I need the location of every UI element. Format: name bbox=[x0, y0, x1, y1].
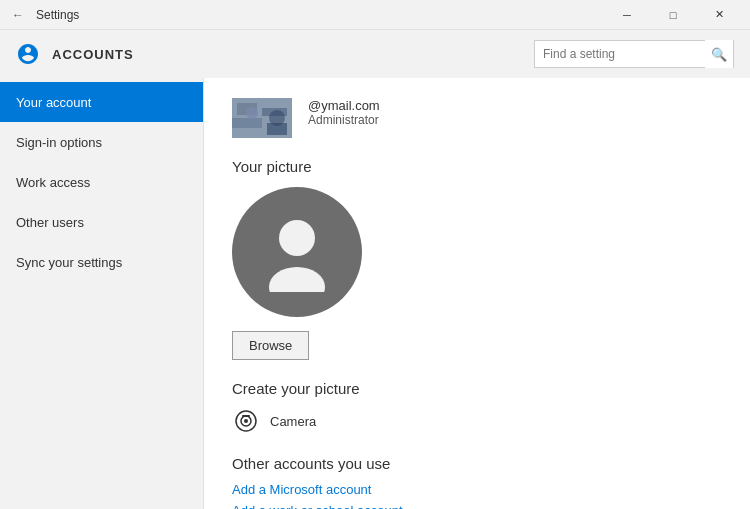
svg-point-7 bbox=[279, 220, 315, 256]
create-picture-title: Create your picture bbox=[232, 380, 722, 397]
accounts-icon bbox=[16, 42, 40, 66]
main-layout: Your account Sign-in options Work access… bbox=[0, 78, 750, 509]
sidebar-item-label: Sign-in options bbox=[16, 135, 102, 150]
content-area: @ymail.com Administrator Your picture Br… bbox=[204, 78, 750, 509]
other-accounts-title: Other accounts you use bbox=[232, 455, 722, 472]
profile-picture-circle bbox=[232, 187, 362, 317]
person-icon bbox=[262, 212, 332, 292]
profile-role: Administrator bbox=[308, 113, 380, 127]
titlebar-left: ← Settings bbox=[8, 5, 79, 25]
camera-label: Camera bbox=[270, 414, 316, 429]
add-work-account-link[interactable]: Add a work or school account bbox=[232, 503, 722, 509]
search-input[interactable] bbox=[535, 47, 705, 61]
profile-email: @ymail.com bbox=[308, 98, 380, 113]
search-box[interactable]: 🔍 bbox=[534, 40, 734, 68]
sidebar-item-label: Sync your settings bbox=[16, 255, 122, 270]
sidebar-item-label: Work access bbox=[16, 175, 90, 190]
browse-button[interactable]: Browse bbox=[232, 331, 309, 360]
maximize-button[interactable]: □ bbox=[650, 0, 696, 30]
profile-section: @ymail.com Administrator bbox=[232, 98, 722, 138]
minimize-button[interactable]: ─ bbox=[604, 0, 650, 30]
avatar bbox=[232, 98, 292, 138]
app-title: ACCOUNTS bbox=[52, 47, 134, 62]
sidebar-item-sync-settings[interactable]: Sync your settings bbox=[0, 242, 203, 282]
add-microsoft-account-link[interactable]: Add a Microsoft account bbox=[232, 482, 722, 497]
app-header: ACCOUNTS 🔍 bbox=[0, 30, 750, 78]
sidebar-item-other-users[interactable]: Other users bbox=[0, 202, 203, 242]
svg-point-5 bbox=[246, 107, 258, 119]
sidebar-item-sign-in-options[interactable]: Sign-in options bbox=[0, 122, 203, 162]
svg-point-6 bbox=[269, 110, 285, 126]
sidebar-item-your-account[interactable]: Your account bbox=[0, 82, 203, 122]
svg-rect-11 bbox=[242, 415, 250, 417]
sidebar-item-work-access[interactable]: Work access bbox=[0, 162, 203, 202]
search-button[interactable]: 🔍 bbox=[705, 40, 733, 68]
svg-point-12 bbox=[244, 419, 248, 423]
sidebar-item-label: Your account bbox=[16, 95, 91, 110]
camera-option[interactable]: Camera bbox=[232, 407, 722, 435]
titlebar-controls: ─ □ ✕ bbox=[604, 0, 742, 30]
sidebar: Your account Sign-in options Work access… bbox=[0, 78, 204, 509]
svg-point-8 bbox=[269, 267, 325, 292]
camera-icon bbox=[232, 407, 260, 435]
titlebar-back-button[interactable]: ← bbox=[8, 5, 28, 25]
svg-rect-3 bbox=[232, 118, 262, 128]
sidebar-item-label: Other users bbox=[16, 215, 84, 230]
titlebar: ← Settings ─ □ ✕ bbox=[0, 0, 750, 30]
close-button[interactable]: ✕ bbox=[696, 0, 742, 30]
profile-info: @ymail.com Administrator bbox=[308, 98, 380, 127]
titlebar-title: Settings bbox=[36, 8, 79, 22]
your-picture-title: Your picture bbox=[232, 158, 722, 175]
